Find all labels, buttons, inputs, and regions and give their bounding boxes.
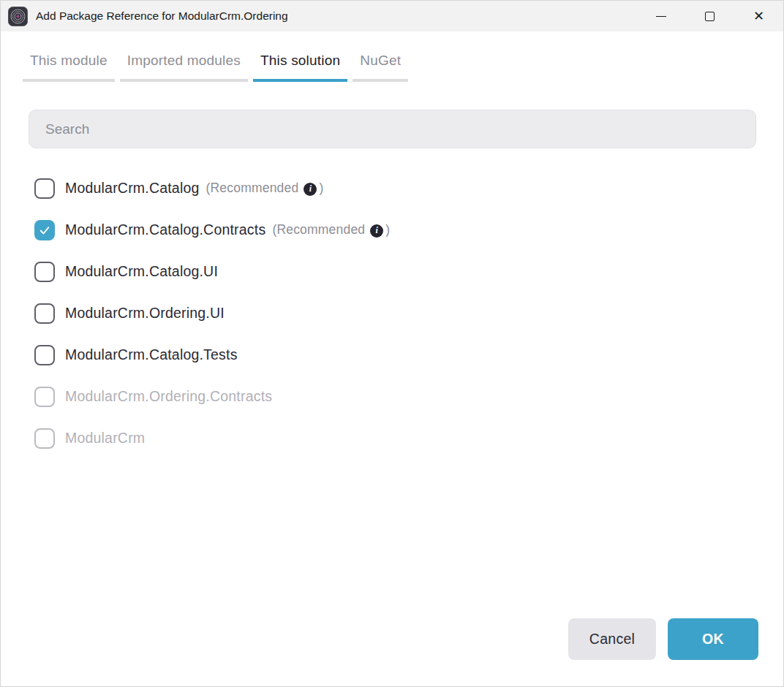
package-name: ModularCrm.Ordering.Contracts (65, 388, 272, 405)
recommended-text: (Recommended (272, 222, 365, 238)
package-row: ModularCrm.Catalog.UI (1, 251, 783, 292)
window-controls: ✕ (636, 1, 783, 31)
tab-bar: This module Imported modules This soluti… (1, 31, 783, 82)
tab-this-module[interactable]: This module (23, 53, 115, 82)
check-icon (38, 224, 51, 237)
package-name: ModularCrm.Ordering.UI (65, 305, 225, 322)
package-checkbox[interactable] (34, 262, 55, 282)
tab-nuget[interactable]: NuGet (353, 53, 408, 82)
info-icon[interactable]: i (370, 224, 383, 238)
package-name: ModularCrm (65, 430, 145, 447)
search-container (29, 110, 756, 148)
tab-this-solution[interactable]: This solution (253, 53, 347, 82)
close-button[interactable]: ✕ (734, 1, 783, 31)
package-name: ModularCrm.Catalog.Contracts (65, 221, 265, 238)
package-checkbox[interactable] (34, 345, 55, 365)
recommended-suffix: ) (319, 181, 323, 196)
dialog-footer: Cancel OK (568, 618, 758, 660)
recommended-text: (Recommended (206, 181, 299, 196)
recommended-badge: (Recommended i ) (272, 222, 390, 238)
app-icon (8, 7, 28, 26)
package-name: ModularCrm.Catalog.UI (65, 263, 218, 280)
package-row: ModularCrm.Catalog.Tests (1, 334, 783, 376)
add-package-reference-dialog: Add Package Reference for ModularCrm.Ord… (0, 0, 784, 687)
maximize-button[interactable] (685, 1, 734, 31)
package-row: ModularCrm (1, 417, 783, 459)
recommended-badge: (Recommended i ) (206, 181, 324, 196)
tab-imported-modules[interactable]: Imported modules (120, 53, 248, 82)
package-row: ModularCrm.Catalog.Contracts (Recommende… (1, 209, 783, 251)
package-checkbox[interactable] (34, 428, 55, 449)
package-checkbox[interactable] (34, 220, 55, 240)
package-row: ModularCrm.Ordering.UI (1, 292, 783, 334)
minimize-icon (656, 16, 666, 17)
package-name: ModularCrm.Catalog (65, 180, 200, 197)
package-checkbox[interactable] (34, 303, 55, 324)
titlebar: Add Package Reference for ModularCrm.Ord… (1, 1, 783, 31)
minimize-button[interactable] (636, 1, 685, 31)
search-input[interactable] (29, 110, 756, 148)
maximize-icon (705, 12, 715, 21)
close-icon: ✕ (753, 10, 764, 23)
info-icon[interactable]: i (304, 183, 317, 196)
recommended-suffix: ) (385, 222, 390, 238)
package-name: ModularCrm.Catalog.Tests (65, 346, 238, 363)
package-checkbox[interactable] (34, 387, 55, 407)
package-row: ModularCrm.Catalog (Recommended i ) (1, 167, 783, 209)
package-list: ModularCrm.Catalog (Recommended i ) Modu… (1, 167, 783, 459)
window-title: Add Package Reference for ModularCrm.Ord… (36, 10, 288, 23)
cancel-button[interactable]: Cancel (568, 618, 656, 660)
package-row: ModularCrm.Ordering.Contracts (1, 376, 783, 417)
package-checkbox[interactable] (34, 178, 55, 199)
ok-button[interactable]: OK (668, 618, 758, 660)
